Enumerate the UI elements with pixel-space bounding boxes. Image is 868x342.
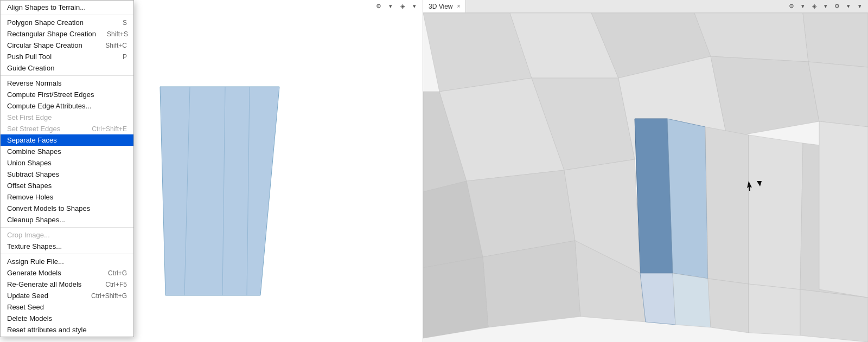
svg-marker-21 [749, 135, 803, 289]
right-view-3d-icon[interactable]: ▾ [844, 1, 853, 11]
svg-marker-32 [423, 257, 488, 338]
svg-marker-19 [667, 119, 708, 279]
menu-item-label: Guide Creation [7, 64, 54, 72]
menu-item-label: Set First Edge [7, 113, 52, 121]
right-viewport: ⚙ ▾ ◈ ▾ ⚙ ▾ ▾ 3D View × [423, 0, 868, 342]
left-viewport: ⚙ ▾ ◈ ▾ Align Shapes to Terrain...Polygo… [0, 0, 423, 342]
menu-item-label: Remove Holes [7, 193, 53, 201]
menu-item-regen-all[interactable]: Re-Generate all ModelsCtrl+F5 [1, 279, 133, 290]
menu-separator [1, 15, 133, 15]
menu-item-convert-models[interactable]: Convert Models to Shapes [1, 203, 133, 214]
menu-item-label: Compute First/Street Edges [7, 91, 94, 99]
menu-separator [1, 75, 133, 76]
svg-marker-0 [160, 87, 279, 295]
menu-item-label: Reset Seed [7, 303, 44, 311]
menu-item-align-shapes[interactable]: Align Shapes to Terrain... [1, 2, 133, 13]
svg-marker-30 [800, 289, 868, 342]
menu-item-compute-edges[interactable]: Compute First/Street Edges [1, 89, 133, 100]
menu-item-shortcut: Shift+S [107, 30, 128, 38]
menu-item-label: Rectangular Shape Creation [7, 30, 96, 38]
menu-item-shortcut: Ctrl+Shift+E [92, 125, 127, 133]
right-more2-icon[interactable]: ▾ [855, 1, 865, 11]
menu-item-label: Subtract Shapes [7, 170, 59, 178]
menu-item-subtract-shapes[interactable]: Subtract Shapes [1, 169, 133, 180]
menu-item-shortcut: Ctrl+F5 [105, 281, 127, 288]
menu-item-reverse-normals[interactable]: Reverse Normals [1, 78, 133, 89]
menu-item-label: Push Pull Tool [7, 53, 52, 61]
menu-item-label: Set Street Edges [7, 125, 60, 133]
more-options-icon[interactable]: ▾ [410, 1, 419, 11]
tab-close-button[interactable]: × [457, 3, 460, 9]
svg-marker-27 [673, 273, 711, 327]
svg-marker-20 [705, 127, 749, 284]
context-menu: Align Shapes to Terrain...Polygon Shape … [0, 0, 134, 337]
menu-item-guide-creation[interactable]: Guide Creation [1, 62, 133, 74]
right-view-settings-icon[interactable]: ⚙ [787, 1, 796, 11]
menu-item-reset-seed[interactable]: Reset Seed [1, 301, 133, 313]
menu-item-label: Convert Models to Shapes [7, 204, 90, 212]
menu-item-separate-faces[interactable]: Separate Faces [1, 134, 133, 146]
menu-item-circular-shape[interactable]: Circular Shape CreationShift+C [1, 40, 133, 51]
menu-item-label: Polygon Shape Creation [7, 18, 84, 27]
menu-item-label: Separate Faces [7, 136, 57, 144]
menu-item-push-pull[interactable]: Push Pull ToolP [1, 51, 133, 62]
menu-item-cleanup-shapes[interactable]: Cleanup Shapes... [1, 214, 133, 225]
menu-item-texture-shapes[interactable]: Texture Shapes... [1, 241, 133, 252]
view-settings-icon[interactable]: ⚙ [374, 1, 384, 11]
menu-item-label: Offset Shapes [7, 182, 52, 190]
menu-item-label: Cleanup Shapes... [7, 216, 65, 224]
menu-item-label: Delete Models [7, 314, 52, 322]
menu-item-compute-edge-attrs[interactable]: Compute Edge Attributes... [1, 100, 133, 112]
menu-item-polygon-shape[interactable]: Polygon Shape CreationS [1, 17, 133, 28]
menu-item-rect-shape[interactable]: Rectangular Shape CreationShift+S [1, 28, 133, 40]
tab-3d-view[interactable]: 3D View × [423, 0, 466, 12]
menu-item-label: Align Shapes to Terrain... [7, 3, 86, 11]
svg-marker-8 [694, 13, 808, 62]
menu-item-label: Re-Generate all Models [7, 280, 81, 288]
right-more-icon[interactable]: ▾ [821, 1, 831, 11]
menu-item-set-first-edge: Set First Edge [1, 112, 133, 123]
right-view-angle-icon[interactable]: ◈ [809, 1, 819, 11]
menu-item-label: Update Seed [7, 292, 48, 300]
menu-item-shortcut: Ctrl+Shift+G [91, 292, 127, 300]
menu-item-assign-rule[interactable]: Assign Rule File... [1, 256, 133, 267]
menu-item-label: Generate Models [7, 269, 61, 277]
menu-item-label: Combine Shapes [7, 147, 61, 156]
menu-item-generate-models[interactable]: Generate ModelsCtrl+G [1, 267, 133, 279]
right-view-settings2-icon[interactable]: ⚙ [832, 1, 842, 11]
menu-item-set-street-edges: Set Street EdgesCtrl+Shift+E [1, 123, 133, 134]
svg-marker-31 [819, 121, 868, 298]
menu-item-label: Texture Shapes... [7, 242, 62, 250]
menu-item-union-shapes[interactable]: Union Shapes [1, 157, 133, 169]
svg-marker-28 [708, 279, 749, 333]
menu-item-shortcut: Shift+C [105, 42, 127, 49]
menu-item-offset-shapes[interactable]: Offset Shapes [1, 180, 133, 191]
menu-item-update-seed[interactable]: Update SeedCtrl+Shift+G [1, 290, 133, 301]
menu-item-reset-attrs[interactable]: Reset attributes and style [1, 324, 133, 335]
cursor [757, 181, 762, 186]
scene-3d [423, 13, 868, 342]
right-view-2d-icon[interactable]: ▾ [798, 1, 808, 11]
menu-item-shortcut: Ctrl+G [108, 269, 127, 277]
tab-3d-view-label: 3D View [429, 3, 452, 10]
menu-separator [1, 227, 133, 228]
svg-marker-29 [749, 284, 800, 335]
menu-item-remove-holes[interactable]: Remove Holes [1, 191, 133, 203]
menu-item-crop-image: Crop Image... [1, 229, 133, 241]
menu-item-label: Crop Image... [7, 231, 50, 239]
svg-marker-9 [803, 13, 868, 67]
menu-item-shortcut: S [123, 19, 127, 27]
view-2d-icon[interactable]: ▾ [386, 1, 395, 11]
menu-item-label: Assign Rule File... [7, 257, 64, 266]
svg-marker-18 [635, 119, 673, 273]
view-angle-icon[interactable]: ◈ [398, 1, 407, 11]
menu-item-label: Union Shapes [7, 159, 52, 167]
menu-separator [1, 254, 133, 254]
left-toolbar: ⚙ ▾ ◈ ▾ [371, 0, 423, 12]
menu-item-delete-models[interactable]: Delete Models [1, 313, 133, 324]
menu-item-combine-shapes[interactable]: Combine Shapes [1, 146, 133, 157]
menu-item-label: Reverse Normals [7, 79, 61, 87]
menu-item-shortcut: P [123, 53, 127, 61]
menu-item-label: Reset attributes and style [7, 326, 87, 334]
menu-item-label: Compute Edge Attributes... [7, 102, 91, 110]
